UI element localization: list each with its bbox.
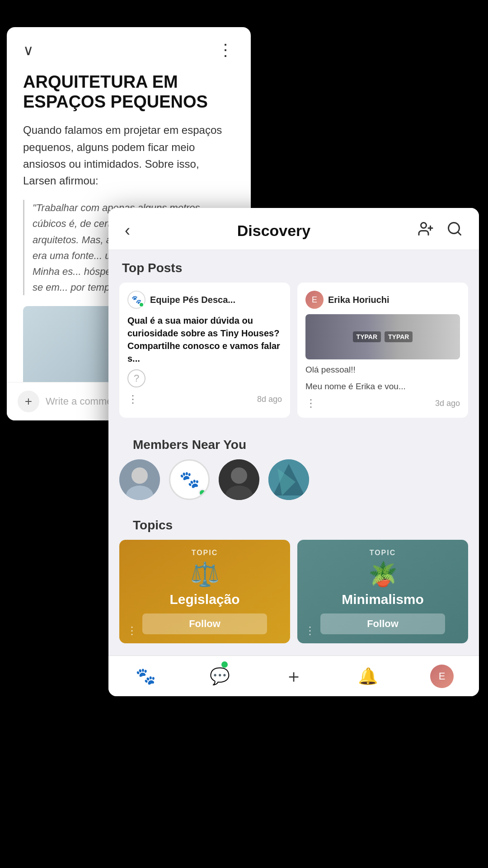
- members-section: Members Near You 🐾: [108, 427, 479, 507]
- post-header-1: 🐾 Equipe Pés Desca...: [127, 291, 282, 309]
- topic-more-legislacao[interactable]: ⋮: [127, 624, 138, 637]
- topic-label-minimalismo: TOPIC: [370, 549, 396, 557]
- home-icon: 🐾: [136, 667, 156, 686]
- post-image-2: TYPAR TYPAR: [305, 314, 460, 359]
- article-title: ARQUITETURA EM ESPAÇOS PEQUENOS: [23, 72, 235, 112]
- bottom-navigation: 🐾 💬 ＋ 🔔 E: [108, 656, 479, 696]
- post-snippet-body-2: Meu nome é Erika e vou...: [305, 381, 460, 393]
- header-actions: [418, 221, 463, 241]
- typar-text-1: TYPAR: [353, 331, 381, 342]
- messages-icon: 💬: [210, 667, 230, 686]
- post-avatar-1: 🐾: [127, 291, 145, 309]
- member-avatar-2[interactable]: 🐾: [169, 459, 210, 500]
- discovery-title: Discovery: [237, 222, 311, 240]
- messages-badge: [221, 661, 228, 668]
- top-posts-row: 🐾 Equipe Pés Desca... Qual é a sua maior…: [108, 283, 479, 427]
- search-icon[interactable]: [446, 221, 463, 241]
- post-header-2: E Erika Horiuchi: [305, 291, 460, 309]
- nav-item-messages[interactable]: 💬: [183, 656, 257, 696]
- post-author-2: Erika Horiuchi: [328, 295, 460, 305]
- add-media-button[interactable]: +: [18, 391, 39, 412]
- member-avatar-3[interactable]: [219, 459, 259, 500]
- post-time-1: 8d ago: [257, 395, 282, 404]
- topics-section: Topics TOPIC ⚖️ Legislação Follow ⋮ TOPI…: [108, 507, 479, 652]
- topic-icon-minimalismo: 🪴: [368, 561, 398, 588]
- svg-line-4: [458, 232, 461, 235]
- topic-card-legislacao[interactable]: TOPIC ⚖️ Legislação Follow ⋮: [119, 540, 290, 643]
- article-header: ∨ ⋮: [23, 41, 235, 60]
- member-online-dot: [198, 489, 206, 497]
- post-more-button-1[interactable]: ⋮: [127, 393, 139, 406]
- discovery-card: ‹ Discovery Top Posts: [108, 208, 479, 696]
- svg-point-6: [131, 467, 148, 484]
- member-avatar-1[interactable]: [119, 459, 160, 500]
- post-content-1: Qual é a sua maior dúvida ou curiosidade…: [127, 314, 282, 365]
- post-footer-2: ⋮ 3d ago: [305, 397, 460, 410]
- post-footer-1: ⋮ 8d ago: [127, 393, 282, 406]
- post-time-2: 3d ago: [435, 399, 460, 408]
- topics-row: TOPIC ⚖️ Legislação Follow ⋮ TOPIC 🪴 Min…: [119, 540, 468, 643]
- follow-button-legislacao[interactable]: Follow: [142, 613, 267, 634]
- topic-name-minimalismo: Minimalismo: [342, 592, 424, 607]
- nav-item-notifications[interactable]: 🔔: [331, 656, 405, 696]
- topic-label-legislacao: TOPIC: [192, 549, 218, 557]
- top-posts-section: Top Posts 🐾 Equipe Pés Desca... Qual é a…: [108, 250, 479, 427]
- post-card-1[interactable]: 🐾 Equipe Pés Desca... Qual é a sua maior…: [119, 283, 290, 418]
- members-row: 🐾: [119, 459, 468, 500]
- topics-label: Topics: [119, 507, 468, 540]
- svg-point-0: [421, 223, 426, 228]
- svg-point-9: [231, 467, 247, 484]
- notifications-icon: 🔔: [358, 667, 378, 686]
- post-more-button-2[interactable]: ⋮: [305, 397, 317, 410]
- back-button[interactable]: ‹: [125, 221, 130, 240]
- add-friend-icon[interactable]: [418, 221, 434, 241]
- article-body: Quando falamos em projetar em espaços pe…: [23, 122, 235, 189]
- online-indicator-1: [139, 302, 144, 307]
- topic-more-minimalismo[interactable]: ⋮: [305, 624, 316, 637]
- nav-item-home[interactable]: 🐾: [108, 656, 183, 696]
- post-card-2[interactable]: E Erika Horiuchi TYPAR TYPAR Olá pessoal…: [297, 283, 468, 418]
- top-posts-label: Top Posts: [108, 250, 479, 283]
- post-author-1: Equipe Pés Desca...: [150, 295, 282, 305]
- nav-item-add[interactable]: ＋: [257, 656, 331, 696]
- more-options-icon[interactable]: ⋮: [217, 41, 235, 60]
- question-icon: ?: [127, 369, 145, 387]
- add-icon: ＋: [285, 664, 303, 689]
- chevron-down-icon[interactable]: ∨: [23, 42, 33, 59]
- post-snippet-title-2: Olá pessoal!!: [305, 364, 460, 376]
- nav-item-profile[interactable]: E: [405, 656, 479, 696]
- profile-avatar: E: [430, 665, 454, 688]
- topic-name-legislacao: Legislação: [169, 592, 239, 607]
- post-avatar-2: E: [305, 291, 324, 309]
- topic-card-minimalismo[interactable]: TOPIC 🪴 Minimalismo Follow ⋮: [297, 540, 468, 643]
- discovery-header: ‹ Discovery: [108, 208, 479, 250]
- topic-icon-legislacao: ⚖️: [190, 561, 220, 588]
- members-label: Members Near You: [119, 427, 468, 459]
- typar-text-2: TYPAR: [385, 331, 413, 342]
- member-avatar-4[interactable]: [268, 459, 309, 500]
- follow-button-minimalismo[interactable]: Follow: [320, 613, 446, 634]
- typar-image: TYPAR TYPAR: [305, 314, 460, 359]
